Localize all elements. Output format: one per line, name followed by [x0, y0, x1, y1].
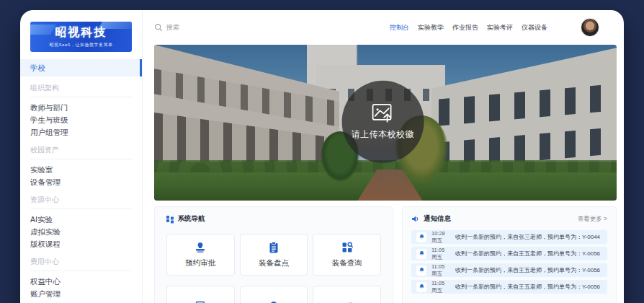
sidebar-item-ai-experiments[interactable]: AI实验 — [30, 214, 132, 226]
notification-text: 收到一条新的预约，来自王五老师，预约单号为：Y-0056，请尽快处理。 — [455, 266, 602, 274]
notifications-title: 通知信息 — [424, 214, 451, 224]
notification-time: 11:05 周五 — [431, 263, 450, 277]
bell-icon — [419, 284, 425, 290]
bell-icon — [419, 267, 425, 273]
bell-icon — [419, 250, 425, 257]
tab-experiment-assessment[interactable]: 实验考评 — [487, 23, 513, 32]
bell-icon — [419, 234, 425, 240]
sidebar-item-account-management[interactable]: 账户管理 — [30, 288, 132, 300]
notification-item[interactable]: 11:05 周五 收到一条新的预约，来自王五老师，预约单号为：Y-0056，请尽… — [411, 280, 607, 294]
nav-card-label: 装备查询 — [332, 258, 362, 268]
sidebar-item-user-groups[interactable]: 用户组管理 — [30, 126, 132, 139]
notification-text: 收到一条新的预约，来自张三老师，预约单号为：Y-0044，请尽快处理。 — [455, 233, 602, 241]
sidebar-item-invoice-management[interactable]: 发票管理 — [30, 300, 132, 303]
bell-chip — [416, 232, 426, 242]
search-placeholder: 搜索 — [166, 23, 179, 32]
nav-card-partial-2[interactable] — [240, 286, 308, 303]
search-input[interactable]: 搜索 — [154, 23, 179, 32]
sidebar-item-laboratory[interactable]: 实验室 — [30, 164, 132, 176]
search-icon — [154, 23, 163, 32]
view-more-link[interactable]: 查看更多 > — [578, 215, 607, 224]
bell-chip — [416, 265, 426, 276]
stamp-icon — [194, 241, 207, 254]
logo-banner[interactable]: 昭视科技 昭视SaaS，让实验教学更简单 — [30, 22, 132, 52]
bell-icon — [267, 300, 280, 303]
nav-cards-row-1: 预约审批 装备盘点 — [166, 234, 381, 276]
logo-tagline: 昭视SaaS，让实验教学更简单 — [49, 42, 112, 48]
sidebar-item-teachers-departments[interactable]: 教师与部门 — [30, 102, 132, 114]
system-navigation-panel: 系统导航 预约审批 — [154, 206, 393, 303]
chart-icon — [341, 300, 354, 303]
app-window: 昭视科技 昭视SaaS，让实验教学更简单 学校 组织架构 教师与部门 学生与班级… — [20, 10, 624, 303]
notification-item[interactable]: 11:05 周五 收到一条新的预约，来自王五老师，预约单号为：Y-0056，请尽… — [411, 263, 607, 277]
notification-time: 11:05 周五 — [431, 247, 450, 260]
logo-text: 昭视科技 — [55, 25, 107, 40]
notification-time: 10:28 周五 — [431, 230, 450, 244]
bell-chip — [416, 249, 426, 259]
sidebar-section-resource-center: 资源中心 — [30, 195, 132, 209]
sidebar-item-rights-center[interactable]: 权益中心 — [30, 276, 132, 288]
upload-badge-button[interactable]: 请上传本校校徽 — [342, 81, 424, 163]
tab-homework-reports[interactable]: 作业报告 — [452, 23, 478, 32]
notifications-header: 通知信息 查看更多 > — [411, 214, 607, 224]
notification-item[interactable]: 10:28 周五 收到一条新的预约，来自张三老师，预约单号为：Y-0044，请尽… — [411, 230, 607, 244]
sidebar-section-fee-center: 费用中心 — [30, 257, 132, 271]
lower-panels: 系统导航 预约审批 — [154, 206, 617, 303]
notification-list: 10:28 周五 收到一条新的预约，来自张三老师，预约单号为：Y-0044，请尽… — [411, 230, 607, 294]
upload-hint-text: 请上传本校校徽 — [352, 128, 415, 141]
sidebar-item-virtual-experiments[interactable]: 虚拟实验 — [30, 226, 132, 238]
content: 请上传本校校徽 系统导航 — [143, 45, 624, 303]
sidebar: 昭视科技 昭视SaaS，让实验教学更简单 学校 组织架构 教师与部门 学生与班级… — [20, 10, 143, 303]
sidebar-section-campus-assets: 校园资产 — [30, 145, 132, 159]
notification-time: 11:05 周五 — [431, 280, 450, 294]
sidebar-section-organization: 组织架构 — [30, 83, 132, 97]
sidebar-item-licensed-courses[interactable]: 版权课程 — [30, 238, 132, 250]
sidebar-item-school[interactable]: 学校 — [20, 59, 142, 76]
sidebar-item-students-classes[interactable]: 学生与班级 — [30, 114, 132, 126]
top-nav-tabs: 控制台 实验教学 作业报告 实验考评 仪器设备 — [390, 23, 547, 32]
main-area: 搜索 控制台 实验教学 作业报告 实验考评 仪器设备 — [143, 10, 624, 303]
image-upload-icon — [372, 103, 395, 123]
school-banner-photo: 请上传本校校徽 — [154, 45, 617, 201]
grid-search-icon — [341, 241, 354, 254]
nav-card-equipment-search[interactable]: 装备查询 — [313, 234, 381, 276]
speaker-icon — [411, 215, 419, 223]
notifications-panel: 通知信息 查看更多 > 10:28 — [402, 206, 617, 303]
tab-instruments[interactable]: 仪器设备 — [522, 23, 547, 32]
tab-experiment-teaching[interactable]: 实验教学 — [418, 23, 444, 32]
report-icon — [194, 300, 207, 303]
user-avatar[interactable] — [581, 18, 599, 37]
nav-card-label: 装备盘点 — [259, 258, 289, 268]
nav-card-partial-3[interactable] — [313, 286, 381, 303]
system-navigation-header: 系统导航 — [166, 214, 381, 224]
grid-icon — [166, 216, 174, 223]
topbar: 搜索 控制台 实验教学 作业报告 实验考评 仪器设备 — [143, 10, 624, 45]
nav-card-reservation-approval[interactable]: 预约审批 — [166, 234, 235, 276]
sidebar-item-equipment-management[interactable]: 设备管理 — [30, 176, 132, 188]
system-navigation-title: 系统导航 — [178, 214, 205, 224]
nav-card-partial-1[interactable] — [166, 286, 235, 303]
clipboard-icon — [267, 241, 280, 254]
nav-cards-row-2 — [166, 286, 381, 303]
notification-text: 收到一条新的预约，来自王五老师，预约单号为：Y-0056，请尽快处理。 — [455, 283, 602, 291]
tab-console[interactable]: 控制台 — [390, 23, 409, 32]
notification-item[interactable]: 11:05 周五 收到一条新的预约，来自王五老师，预约单号为：Y-0056，请尽… — [411, 247, 607, 260]
nav-card-label: 预约审批 — [185, 258, 215, 268]
notification-text: 收到一条新的预约，来自王五老师，预约单号为：Y-0056，请尽快处理。 — [455, 250, 602, 258]
bell-chip — [416, 282, 426, 292]
nav-card-equipment-inventory[interactable]: 装备盘点 — [240, 234, 308, 276]
